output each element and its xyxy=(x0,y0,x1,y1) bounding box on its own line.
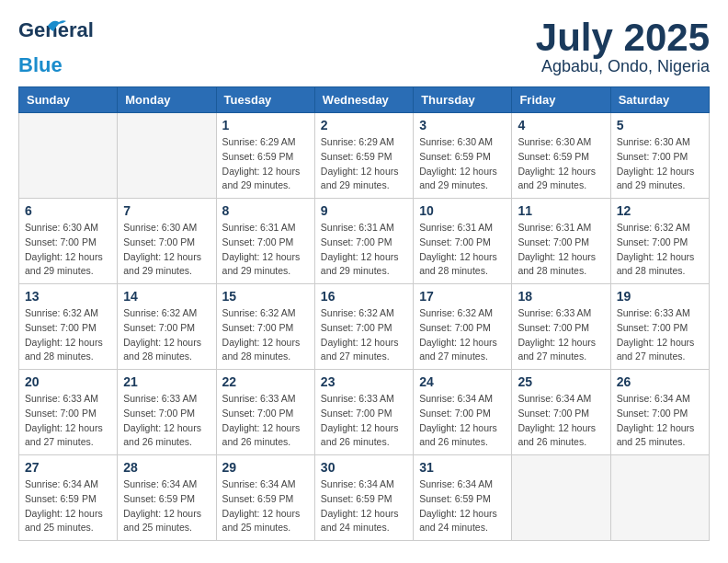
day-number: 31 xyxy=(419,460,506,475)
day-number: 2 xyxy=(321,118,407,132)
day-info: Sunrise: 6:33 AM Sunset: 7:00 PM Dayligh… xyxy=(123,392,210,450)
calendar-day: 30Sunrise: 6:34 AM Sunset: 6:59 PM Dayli… xyxy=(314,455,413,541)
day-info: Sunrise: 6:30 AM Sunset: 6:59 PM Dayligh… xyxy=(419,135,506,193)
calendar-day: 26Sunrise: 6:34 AM Sunset: 7:00 PM Dayli… xyxy=(610,370,709,455)
day-info: Sunrise: 6:34 AM Sunset: 6:59 PM Dayligh… xyxy=(222,477,309,535)
day-info: Sunrise: 6:30 AM Sunset: 6:59 PM Dayligh… xyxy=(518,135,604,193)
week-row: 13Sunrise: 6:32 AM Sunset: 7:00 PM Dayli… xyxy=(19,284,710,370)
calendar-day: 13Sunrise: 6:32 AM Sunset: 7:00 PM Dayli… xyxy=(19,284,118,370)
weekday-header: Monday xyxy=(118,87,216,113)
day-info: Sunrise: 6:32 AM Sunset: 7:00 PM Dayligh… xyxy=(123,306,210,364)
day-number: 24 xyxy=(419,374,506,389)
calendar-day: 15Sunrise: 6:32 AM Sunset: 7:00 PM Dayli… xyxy=(216,284,314,370)
day-info: Sunrise: 6:33 AM Sunset: 7:00 PM Dayligh… xyxy=(321,392,407,450)
logo-bird-icon xyxy=(46,18,66,35)
day-number: 9 xyxy=(321,203,407,218)
calendar-day: 23Sunrise: 6:33 AM Sunset: 7:00 PM Dayli… xyxy=(314,370,413,455)
day-info: Sunrise: 6:34 AM Sunset: 7:00 PM Dayligh… xyxy=(518,392,604,450)
location-subtitle: Agbabu, Ondo, Nigeria xyxy=(536,57,710,76)
day-info: Sunrise: 6:34 AM Sunset: 7:00 PM Dayligh… xyxy=(419,392,506,450)
day-info: Sunrise: 6:30 AM Sunset: 7:00 PM Dayligh… xyxy=(25,221,111,279)
day-info: Sunrise: 6:30 AM Sunset: 7:00 PM Dayligh… xyxy=(123,221,210,279)
day-number: 25 xyxy=(518,374,604,389)
weekday-header-row: SundayMondayTuesdayWednesdayThursdayFrid… xyxy=(19,87,710,113)
day-number: 19 xyxy=(617,289,703,304)
day-info: Sunrise: 6:32 AM Sunset: 7:00 PM Dayligh… xyxy=(419,306,506,364)
day-info: Sunrise: 6:31 AM Sunset: 7:00 PM Dayligh… xyxy=(321,221,407,279)
weekday-header: Tuesday xyxy=(216,87,314,113)
day-info: Sunrise: 6:34 AM Sunset: 6:59 PM Dayligh… xyxy=(321,477,407,535)
calendar-table: SundayMondayTuesdayWednesdayThursdayFrid… xyxy=(18,86,710,541)
calendar-day: 22Sunrise: 6:33 AM Sunset: 7:00 PM Dayli… xyxy=(216,370,314,455)
calendar-day xyxy=(610,455,709,541)
day-info: Sunrise: 6:34 AM Sunset: 6:59 PM Dayligh… xyxy=(25,477,111,535)
month-title: July 2025 xyxy=(536,18,710,57)
calendar-day: 19Sunrise: 6:33 AM Sunset: 7:00 PM Dayli… xyxy=(610,284,709,370)
day-number: 12 xyxy=(617,203,703,218)
calendar-day: 2Sunrise: 6:29 AM Sunset: 6:59 PM Daylig… xyxy=(314,113,413,199)
day-info: Sunrise: 6:34 AM Sunset: 6:59 PM Dayligh… xyxy=(419,477,506,535)
calendar-day: 16Sunrise: 6:32 AM Sunset: 7:00 PM Dayli… xyxy=(314,284,413,370)
day-number: 1 xyxy=(222,118,309,132)
logo: General Blue xyxy=(18,18,63,77)
calendar-day: 31Sunrise: 6:34 AM Sunset: 6:59 PM Dayli… xyxy=(414,455,512,541)
day-info: Sunrise: 6:29 AM Sunset: 6:59 PM Dayligh… xyxy=(321,135,407,193)
calendar-day: 28Sunrise: 6:34 AM Sunset: 6:59 PM Dayli… xyxy=(118,455,216,541)
day-number: 4 xyxy=(518,118,604,132)
day-number: 16 xyxy=(321,289,407,304)
day-number: 7 xyxy=(123,203,210,218)
day-number: 18 xyxy=(518,289,604,304)
day-number: 15 xyxy=(222,289,309,304)
day-info: Sunrise: 6:31 AM Sunset: 7:00 PM Dayligh… xyxy=(419,221,506,279)
day-number: 11 xyxy=(518,203,604,218)
day-info: Sunrise: 6:33 AM Sunset: 7:00 PM Dayligh… xyxy=(617,306,703,364)
calendar-day: 5Sunrise: 6:30 AM Sunset: 7:00 PM Daylig… xyxy=(610,113,709,199)
calendar-day: 29Sunrise: 6:34 AM Sunset: 6:59 PM Dayli… xyxy=(216,455,314,541)
day-info: Sunrise: 6:33 AM Sunset: 7:00 PM Dayligh… xyxy=(222,392,309,450)
title-block: July 2025 Agbabu, Ondo, Nigeria xyxy=(536,18,710,76)
week-row: 1Sunrise: 6:29 AM Sunset: 6:59 PM Daylig… xyxy=(19,113,710,199)
weekday-header: Wednesday xyxy=(314,87,413,113)
calendar-day: 6Sunrise: 6:30 AM Sunset: 7:00 PM Daylig… xyxy=(19,199,118,284)
day-number: 26 xyxy=(617,374,703,389)
day-number: 8 xyxy=(222,203,309,218)
calendar-day xyxy=(19,113,118,199)
day-number: 28 xyxy=(123,460,210,475)
page-header: General Blue July 2025 Agbabu, Ondo, Nig… xyxy=(18,18,710,77)
day-number: 21 xyxy=(123,374,210,389)
day-info: Sunrise: 6:34 AM Sunset: 7:00 PM Dayligh… xyxy=(617,392,703,450)
day-number: 27 xyxy=(25,460,111,475)
calendar-day: 7Sunrise: 6:30 AM Sunset: 7:00 PM Daylig… xyxy=(118,199,216,284)
weekday-header: Saturday xyxy=(610,87,709,113)
day-info: Sunrise: 6:31 AM Sunset: 7:00 PM Dayligh… xyxy=(222,221,309,279)
logo-blue: Blue xyxy=(18,53,63,77)
day-number: 6 xyxy=(25,203,111,218)
day-number: 23 xyxy=(321,374,407,389)
weekday-header: Friday xyxy=(512,87,610,113)
calendar-day: 24Sunrise: 6:34 AM Sunset: 7:00 PM Dayli… xyxy=(414,370,512,455)
calendar-day: 25Sunrise: 6:34 AM Sunset: 7:00 PM Dayli… xyxy=(512,370,610,455)
day-info: Sunrise: 6:34 AM Sunset: 6:59 PM Dayligh… xyxy=(123,477,210,535)
day-info: Sunrise: 6:33 AM Sunset: 7:00 PM Dayligh… xyxy=(25,392,111,450)
day-info: Sunrise: 6:29 AM Sunset: 6:59 PM Dayligh… xyxy=(222,135,309,193)
calendar-day xyxy=(512,455,610,541)
week-row: 27Sunrise: 6:34 AM Sunset: 6:59 PM Dayli… xyxy=(19,455,710,541)
day-number: 30 xyxy=(321,460,407,475)
calendar-day: 9Sunrise: 6:31 AM Sunset: 7:00 PM Daylig… xyxy=(314,199,413,284)
calendar-day: 3Sunrise: 6:30 AM Sunset: 6:59 PM Daylig… xyxy=(414,113,512,199)
weekday-header: Thursday xyxy=(414,87,512,113)
day-number: 5 xyxy=(617,118,703,132)
calendar-day: 12Sunrise: 6:32 AM Sunset: 7:00 PM Dayli… xyxy=(610,199,709,284)
calendar-day: 21Sunrise: 6:33 AM Sunset: 7:00 PM Dayli… xyxy=(118,370,216,455)
day-info: Sunrise: 6:32 AM Sunset: 7:00 PM Dayligh… xyxy=(321,306,407,364)
day-number: 10 xyxy=(419,203,506,218)
day-number: 17 xyxy=(419,289,506,304)
day-info: Sunrise: 6:33 AM Sunset: 7:00 PM Dayligh… xyxy=(518,306,604,364)
calendar-day: 14Sunrise: 6:32 AM Sunset: 7:00 PM Dayli… xyxy=(118,284,216,370)
day-info: Sunrise: 6:32 AM Sunset: 7:00 PM Dayligh… xyxy=(617,221,703,279)
day-number: 22 xyxy=(222,374,309,389)
calendar-day xyxy=(118,113,216,199)
week-row: 6Sunrise: 6:30 AM Sunset: 7:00 PM Daylig… xyxy=(19,199,710,284)
day-number: 3 xyxy=(419,118,506,132)
calendar-day: 18Sunrise: 6:33 AM Sunset: 7:00 PM Dayli… xyxy=(512,284,610,370)
